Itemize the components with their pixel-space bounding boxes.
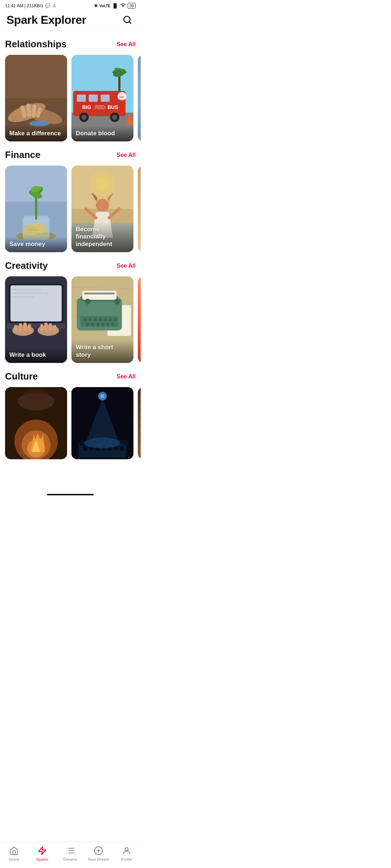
section-title-relationships: Relationships [5,39,66,50]
svg-text:BUS: BUS [107,104,118,110]
section-title-finance: Finance [5,149,40,161]
svg-point-87 [104,318,107,321]
card-financially-independent[interactable]: Become financially independent [71,166,133,252]
card-overlay-write-story: Write a short story [71,339,133,363]
svg-point-85 [93,318,97,321]
svg-rect-65 [19,323,22,331]
svg-rect-59 [12,293,48,294]
svg-point-93 [101,323,105,326]
svg-point-106 [79,440,85,446]
svg-point-54 [95,176,110,191]
svg-rect-68 [40,324,43,331]
lte-icon: VoLTE [100,4,110,8]
svg-point-89 [114,318,117,321]
svg-rect-64 [14,325,17,332]
svg-text:one: one [119,96,124,98]
card-overlay-write-book: Write a book [5,347,67,363]
card-peek-culture [138,387,141,459]
cards-row-finance: Save money [5,166,136,252]
card-peek-creativity [138,276,141,363]
card-label-financially-independent: Become financially independent [76,226,112,247]
section-header-relationships: Relationships See All [5,39,136,50]
see-all-culture[interactable]: See All [117,373,136,380]
section-title-creativity: Creativity [5,260,48,271]
section-header-culture: Culture See All [5,371,136,382]
section-header-creativity: Creativity See All [5,260,136,271]
svg-point-123 [84,438,120,448]
main-content: Relationships See All [0,31,141,492]
home-indicator [47,494,94,495]
time-display: 11:41 AM | 211KB/s [5,3,43,8]
svg-rect-31 [127,123,133,124]
card-culture-2[interactable] [71,387,133,459]
card-overlay-make-difference: Make a difference [5,126,67,141]
svg-point-14 [112,70,127,74]
section-culture: Culture See All [5,371,136,459]
svg-rect-19 [101,95,110,102]
svg-rect-80 [82,291,117,300]
svg-point-26 [112,115,117,120]
svg-point-88 [109,318,112,321]
svg-rect-9 [5,55,67,98]
svg-rect-81 [84,293,115,294]
svg-point-84 [88,318,92,321]
bluetooth-icon: ✱ [94,3,98,8]
svg-rect-18 [89,95,98,102]
svg-point-103 [23,389,49,400]
cards-row-relationships: Make a difference [5,55,136,141]
svg-rect-67 [28,324,31,331]
svg-point-90 [86,323,89,326]
card-save-money[interactable]: Save money [5,166,67,252]
section-finance: Finance See All [5,149,136,252]
card-label-donate-blood: Donate blood [76,130,115,137]
card-overlay-save-money: Save money [5,236,67,252]
card-label-make-difference: Make a difference [9,130,61,137]
card-donate-blood[interactable]: BIG RED BUS one blood [71,55,133,141]
card-label-write-book: Write a book [9,351,46,358]
svg-rect-60 [12,296,34,298]
status-right: ✱ VoLTE ▐▌ 39 [94,3,136,9]
app-header: Spark Explorer [0,10,141,31]
card-write-story[interactable]: Write a short story [71,276,133,363]
see-all-relationships[interactable]: See All [117,41,136,48]
card-make-difference[interactable]: Make a difference [5,55,67,141]
svg-point-122 [100,394,105,398]
section-title-culture: Culture [5,371,38,382]
wifi-icon [120,3,126,9]
svg-rect-70 [49,323,52,331]
svg-text:RED: RED [95,104,106,110]
svg-rect-57 [10,285,62,321]
svg-point-50 [96,199,109,212]
svg-point-86 [98,318,102,321]
svg-point-91 [91,323,95,326]
svg-point-92 [96,323,100,326]
svg-rect-71 [53,325,56,332]
svg-point-95 [111,323,115,326]
card-write-book[interactable]: Write a book [5,276,67,363]
svg-point-97 [114,299,120,304]
card-label-save-money: Save money [9,241,45,247]
card-culture-1[interactable] [5,387,67,459]
svg-point-113 [123,440,128,446]
svg-point-120 [119,446,124,451]
svg-point-96 [85,299,91,304]
section-relationships: Relationships See All [5,39,136,141]
card-label-write-story: Write a short story [76,344,113,358]
search-button[interactable] [120,13,134,27]
svg-rect-17 [77,95,86,102]
status-bar: 11:41 AM | 211KB/s 💬 ⚠ ✱ VoLTE ▐▌ 39 [0,0,141,10]
svg-point-114 [83,446,88,451]
status-left: 11:41 AM | 211KB/s 💬 ⚠ [5,3,56,8]
card-overlay-donate-blood: Donate blood [71,126,133,141]
svg-point-94 [106,323,110,326]
svg-point-83 [83,318,87,321]
see-all-finance[interactable]: See All [117,152,136,158]
whatsapp-icon: 💬 [45,3,50,8]
svg-point-24 [82,115,87,120]
svg-rect-58 [12,289,41,290]
battery-display: 39 [128,3,136,9]
see-all-creativity[interactable]: See All [117,263,136,269]
section-header-finance: Finance See All [5,149,136,161]
svg-text:blood: blood [118,99,124,101]
svg-text:BIG: BIG [82,104,91,110]
